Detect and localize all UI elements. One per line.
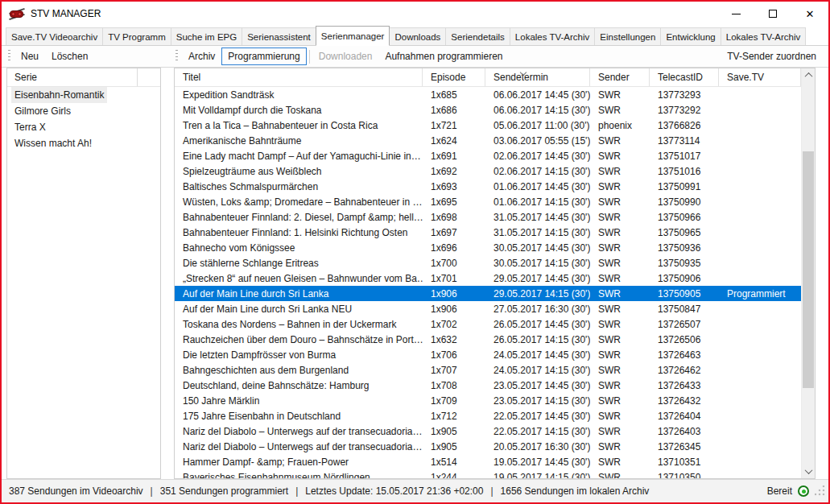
table-row[interactable]: Hammer Dampf- &amp; Frauen-Power1x51419.… [175, 454, 801, 469]
maximize-button[interactable] [754, 2, 791, 26]
cell-episode: 1x701 [423, 273, 485, 284]
delete-button[interactable]: Löschen [45, 48, 94, 65]
series-list-item[interactable]: Wissen macht Ah! [7, 135, 160, 151]
tv-sender-zuordnen-button[interactable]: TV-Sender zuordnen [721, 48, 824, 65]
cell-telecast_id: 13726404 [650, 411, 719, 422]
cell-telecast_id: 13773292 [650, 105, 719, 116]
tab-downloads[interactable]: Downloads [389, 27, 446, 45]
table-row[interactable]: Auf der Main Line durch Sri Lanka NEU1x9… [175, 301, 801, 316]
tab-seriendetails[interactable]: Seriendetails [445, 27, 510, 45]
table-row[interactable]: Bayerisches Eisenbahnmuseum Nördlingen1x… [175, 469, 801, 478]
aufnahmen-programmieren-button[interactable]: Aufnahmen programmieren [378, 48, 509, 65]
cell-episode: 1x905 [423, 441, 485, 452]
cell-airdate: 30.05.2017 14:15 (30') [485, 258, 590, 269]
vertical-scrollbar[interactable] [801, 68, 815, 478]
ready-status-label: Bereit [767, 485, 792, 497]
tab-lokales-tv-archiv[interactable]: Lokales TV-Archiv [510, 27, 595, 45]
cell-episode: 1x712 [423, 411, 485, 422]
archiv-button[interactable]: Archiv [182, 48, 221, 65]
cell-sender: SWR [590, 166, 650, 177]
table-row[interactable]: Die stählerne Schlange Eritreas1x70030.0… [175, 255, 801, 271]
table-row[interactable]: Nariz del Diabolo – Unterwegs auf der tr… [175, 439, 801, 454]
new-button[interactable]: Neu [14, 48, 45, 65]
cell-airdate: 30.05.2017 14:45 (30') [485, 242, 590, 254]
scrollbar-thumb[interactable] [803, 151, 814, 388]
cell-airdate: 19.05.2017 14:15 (30') [485, 472, 590, 479]
tab-entwicklung[interactable]: Entwicklung [660, 27, 721, 45]
cell-episode: 1x691 [423, 151, 485, 162]
series-list-item[interactable]: Terra X [7, 119, 160, 135]
cell-airdate: 27.05.2017 16:30 (30') [485, 304, 590, 315]
episode-table-panel: TitelEpisodeSendeterminSenderTelecastIDS… [174, 68, 816, 479]
table-row[interactable]: Eine Lady macht Dampf – Auf der Yamaguch… [175, 148, 801, 163]
cell-telecast_id: 13726433 [650, 380, 719, 391]
table-row[interactable]: „Strecken 8“ auf neuen Gleisen – Bahnwun… [175, 271, 801, 286]
status-segment: 351 Sendungen programmiert [160, 485, 288, 497]
toolbar-grip-icon[interactable] [8, 50, 10, 63]
resize-grip-icon[interactable] [815, 485, 825, 496]
cell-telecast_id: 13773293 [650, 89, 719, 101]
cell-title: Bahnabenteuer Finnland: 1. Helsinki Rich… [175, 227, 423, 238]
cell-telecast_id: 13710351 [650, 456, 719, 468]
table-row[interactable]: Expedition Sandträsk1x68506.06.2017 14:4… [175, 87, 801, 102]
table-row[interactable]: Auf der Main Line durch Sri Lanka1x90629… [175, 286, 801, 301]
table-row[interactable]: 150 Jahre Märklin1x70923.05.2017 14:15 (… [175, 393, 801, 408]
tab-lokales-tv-archiv[interactable]: Lokales TV-Archiv [721, 27, 806, 45]
tab-tv-programm[interactable]: TV Programm [102, 27, 171, 45]
cell-title: „Strecken 8“ auf neuen Gleisen – Bahnwun… [175, 273, 423, 284]
table-row[interactable]: Tren a la Tica – Bahnabenteuer in Costa … [175, 118, 801, 133]
series-column-header[interactable]: Serie [7, 68, 160, 87]
panel-splitter[interactable] [161, 68, 174, 479]
series-list-item[interactable]: Gilmore Girls [7, 103, 160, 119]
table-row[interactable]: Bahnabenteuer Finnland: 1. Helsinki Rich… [175, 225, 801, 240]
table-row[interactable]: Nariz del Diabolo – Unterwegs auf der tr… [175, 423, 801, 439]
scroll-up-icon[interactable] [802, 68, 815, 82]
tab-serienassistent[interactable]: Serienassistent [242, 27, 316, 45]
tab-einstellungen[interactable]: Einstellungen [594, 27, 661, 45]
table-row[interactable]: Amerikanische Bahnträume1x62403.06.2017 … [175, 133, 801, 148]
table-row[interactable]: Baltisches Schmalspurmärchen1x69301.06.2… [175, 179, 801, 194]
cell-title: 175 Jahre Eisenbahn in Deutschland [175, 411, 423, 422]
cell-savetv: Programmiert [719, 288, 801, 300]
programmierung-toggle[interactable]: Programmierung [221, 48, 306, 65]
table-row[interactable]: Wüsten, Loks &amp; Dromedare – Bahnabent… [175, 194, 801, 209]
close-button[interactable]: ✕ [791, 2, 828, 26]
table-row[interactable]: Die letzten Dampfrösser von Burma1x70624… [175, 347, 801, 362]
cell-title: Nariz del Diabolo – Unterwegs auf der tr… [175, 426, 423, 437]
minimize-button[interactable] [717, 2, 754, 26]
table-row[interactable]: Bahngeschichten aus dem Burgenland1x7072… [175, 362, 801, 378]
column-header-titel[interactable]: Titel [175, 68, 423, 86]
cell-title: Wüsten, Loks &amp; Dromedare – Bahnabent… [175, 196, 423, 208]
column-header-sendetermin[interactable]: Sendetermin [485, 68, 590, 86]
table-row[interactable]: Mit Volldampf durch die Toskana1x68606.0… [175, 102, 801, 118]
table-row[interactable]: Bahnecho vom Königssee1x69630.05.2017 14… [175, 240, 801, 255]
cell-telecast_id: 13750935 [650, 258, 719, 269]
main-content: Serie Eisenbahn-RomantikGilmore GirlsTer… [2, 68, 828, 479]
column-header-telecastid[interactable]: TelecastID [650, 68, 719, 86]
series-list: Eisenbahn-RomantikGilmore GirlsTerra XWi… [7, 87, 160, 151]
cell-airdate: 20.05.2017 16:30 (30') [485, 441, 590, 452]
column-header-save-tv[interactable]: Save.TV [719, 68, 801, 86]
table-row[interactable]: Toskana des Nordens – Bahnen in der Ucke… [175, 316, 801, 332]
tab-suche-im-epg[interactable]: Suche im EPG [171, 27, 242, 45]
cell-title: Bahnecho vom Königssee [175, 242, 423, 254]
tab-serienmanager[interactable]: Serienmanager [316, 26, 390, 46]
toolbar-grip-icon[interactable] [175, 50, 178, 63]
series-list-item[interactable]: Eisenbahn-Romantik [7, 87, 160, 103]
column-header-episode[interactable]: Episode [423, 68, 485, 86]
scroll-down-icon[interactable] [802, 465, 815, 478]
cell-episode: 1x709 [423, 395, 485, 407]
cell-airdate: 24.05.2017 14:15 (30') [485, 365, 590, 376]
table-row[interactable]: Bahnabenteuer Finnland: 2. Diesel, Dampf… [175, 209, 801, 225]
tab-save-tv-videoarchiv[interactable]: Save.TV Videoarchiv [6, 27, 103, 45]
status-segment: Letztes Update: 15.05.2017 21:36 +02:00 [305, 485, 483, 497]
cell-episode: 1x685 [423, 89, 485, 101]
cell-title: Nariz del Diabolo – Unterwegs auf der tr… [175, 441, 423, 452]
cell-title: Hammer Dampf- &amp; Frauen-Power [175, 456, 423, 468]
table-row[interactable]: Spielzeugträume aus Weißblech1x69202.06.… [175, 163, 801, 179]
table-row[interactable]: Deutschland, deine Bahnschätze: Hamburg1… [175, 378, 801, 393]
column-header-sender[interactable]: Sender [590, 68, 650, 86]
table-row[interactable]: 175 Jahre Eisenbahn in Deutschland1x7122… [175, 408, 801, 423]
cell-episode: 1x698 [423, 212, 485, 223]
table-row[interactable]: Rauchzeichen über dem Douro – Bahnschätz… [175, 332, 801, 347]
